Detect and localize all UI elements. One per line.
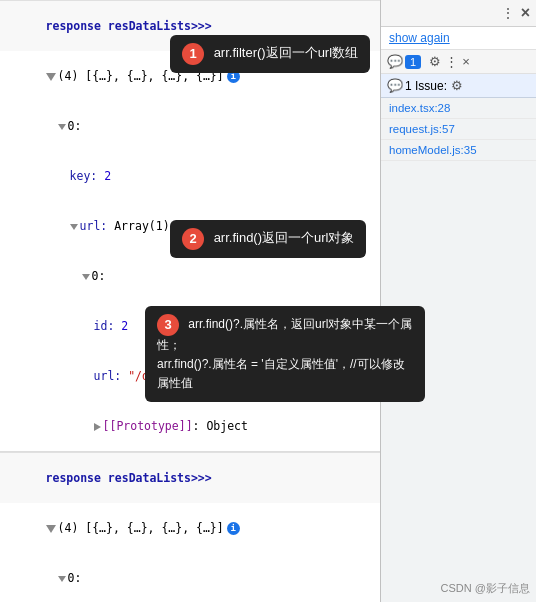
x-icon-1[interactable]: × xyxy=(462,54,470,69)
tooltip-2-number: 2 xyxy=(182,228,204,250)
tooltip-3-text: arr.find()?.属性名，返回url对象中某一个属性；arr.find()… xyxy=(157,317,412,390)
tooltip-2-text: arr.find()返回一个url对象 xyxy=(214,230,355,245)
gear-icon-1[interactable]: ⚙ xyxy=(429,54,441,69)
issues-badge: 1 xyxy=(405,55,421,69)
issues-header: 💬 1 ⚙ ⋮ × xyxy=(381,50,536,74)
issue-item-2: request.js:57 xyxy=(381,119,536,140)
issues-count-row: 💬 1 Issue: ⚙ xyxy=(381,74,536,98)
issue-item-1: index.tsx:28 xyxy=(381,98,536,119)
chat-icon-2: 💬 xyxy=(387,78,403,93)
section-header-text-1: response resDataLists>>> xyxy=(46,19,212,33)
issue-link-1[interactable]: index.tsx:28 xyxy=(389,102,450,114)
dots-icon-1[interactable]: ⋮ xyxy=(445,54,458,69)
show-again-row: show again xyxy=(381,27,536,50)
right-panel-top-bar: ⋮ × xyxy=(381,0,536,27)
tooltip-1: 1 arr.filter()返回一个url数组 xyxy=(170,35,370,73)
panel-close-icon[interactable]: × xyxy=(521,4,530,22)
issue-link-3[interactable]: homeModel.js:35 xyxy=(389,144,477,156)
tooltip-2: 2 arr.find()返回一个url对象 xyxy=(170,220,366,258)
chat-icon: 💬 xyxy=(387,54,403,69)
gear-icon-2[interactable]: ⚙ xyxy=(451,78,463,93)
issue-link-2[interactable]: request.js:57 xyxy=(389,123,455,135)
info-icon-2: i xyxy=(227,522,240,535)
watermark: CSDN @影子信息 xyxy=(441,581,530,596)
right-panel: ⋮ × show again 💬 1 ⚙ ⋮ × 💬 1 Issue: ⚙ in… xyxy=(380,0,536,602)
tooltip-3: 3 arr.find()?.属性名，返回url对象中某一个属性；arr.find… xyxy=(145,306,425,402)
issue-item-3: homeModel.js:35 xyxy=(381,140,536,161)
show-again-link[interactable]: show again xyxy=(389,31,450,45)
issues-count-text: 1 Issue: xyxy=(405,79,447,93)
tooltip-1-number: 1 xyxy=(182,43,204,65)
devtools-console: response resDataLists>>> (4) [{…}, {…}, … xyxy=(0,0,536,602)
panel-more-icon[interactable]: ⋮ xyxy=(501,5,515,21)
tooltip-1-text: arr.filter()返回一个url数组 xyxy=(214,45,358,60)
tooltip-3-number: 3 xyxy=(157,314,179,336)
